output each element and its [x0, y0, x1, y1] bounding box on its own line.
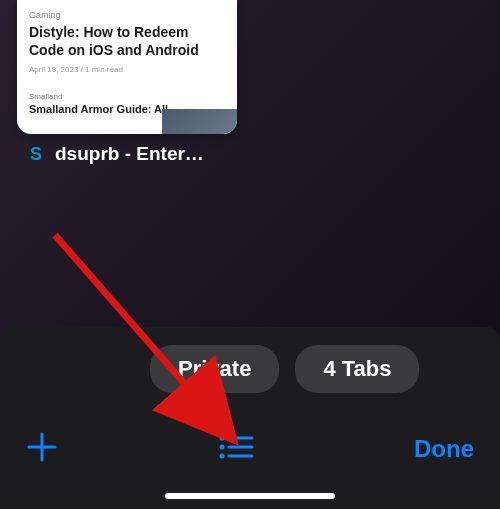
tab-preview-content: Gaming Distyle: How to Redeem Code on iO… — [17, 0, 237, 125]
tab-group-selector[interactable]: Private 4 Tabs — [150, 345, 419, 393]
tab-title: dsuprb - Enter… — [55, 143, 204, 165]
done-button[interactable]: Done — [414, 435, 474, 463]
favicon-icon: S — [27, 145, 45, 163]
tab-group-count[interactable]: 4 Tabs — [295, 345, 419, 393]
bottom-toolbar: Done — [0, 431, 500, 467]
bottom-toolbar-panel: Private 4 Tabs Done — [0, 327, 500, 509]
new-tab-button[interactable] — [26, 431, 58, 467]
article-thumbnail — [162, 109, 237, 134]
list-icon — [218, 433, 254, 461]
svg-point-4 — [220, 445, 225, 450]
plus-icon — [26, 431, 58, 463]
tab-preview-card[interactable]: Gaming Distyle: How to Redeem Code on iO… — [17, 0, 237, 134]
tab-groups-button[interactable] — [218, 433, 254, 465]
svg-point-2 — [220, 436, 225, 441]
tab-label-row[interactable]: S dsuprb - Enter… — [27, 143, 204, 165]
article-title: Distyle: How to Redeem Code on iOS and A… — [29, 23, 225, 59]
tab-group-private[interactable]: Private — [150, 345, 279, 393]
home-indicator[interactable] — [165, 493, 335, 499]
article-meta: April 18, 2023 / 1 min read — [29, 65, 225, 74]
second-article-category: Smalland — [29, 92, 225, 101]
article-category: Gaming — [29, 10, 225, 20]
svg-point-6 — [220, 454, 225, 459]
